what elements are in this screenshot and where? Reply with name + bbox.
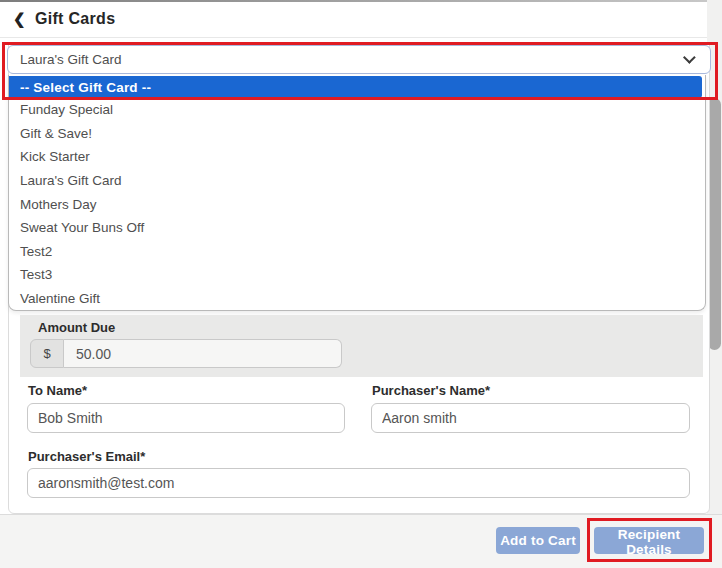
dropdown-option[interactable]: Valentine Gift (9, 287, 705, 311)
dropdown-option[interactable]: -- Select Gift Card -- (9, 76, 702, 98)
dropdown-option[interactable]: Sweat Your Buns Off (9, 216, 705, 240)
to-name-label: To Name* (28, 383, 87, 398)
dropdown-option[interactable]: Test2 (9, 239, 705, 263)
dropdown-option[interactable]: Mothers Day (9, 192, 705, 216)
header-divider (0, 37, 722, 38)
gift-cards-page: ❮ Gift Cards Laura's Gift Card -- Select… (0, 0, 722, 568)
amount-due-section: Amount Due $ (20, 315, 703, 377)
back-chevron-icon[interactable]: ❮ (13, 10, 26, 28)
add-to-cart-button[interactable]: Add to Cart (496, 527, 580, 554)
gift-card-select[interactable]: Laura's Gift Card (7, 45, 711, 74)
purchaser-name-label: Purchaser's Name* (372, 383, 490, 398)
dropdown-option[interactable]: Kick Starter (9, 145, 705, 169)
dropdown-option[interactable]: Gift & Save! (9, 122, 705, 146)
gift-card-select-value: Laura's Gift Card (20, 52, 122, 67)
gift-card-option-list: -- Select Gift Card --Funday SpecialGift… (8, 75, 706, 311)
to-name-input[interactable] (27, 403, 345, 433)
purchaser-name-input[interactable] (371, 403, 690, 433)
dropdown-option[interactable]: Laura's Gift Card (9, 169, 705, 193)
recipient-details-button[interactable]: Recipient Details (594, 527, 704, 554)
chevron-down-icon (683, 51, 696, 64)
top-divider (0, 0, 722, 2)
amount-due-label: Amount Due (38, 320, 115, 335)
currency-addon: $ (30, 339, 64, 368)
amount-input[interactable] (64, 339, 342, 368)
purchaser-email-input[interactable] (27, 468, 690, 498)
dropdown-option[interactable]: Test3 (9, 263, 705, 287)
amount-input-group: $ (30, 339, 342, 368)
dropdown-option[interactable]: Funday Special (9, 98, 705, 122)
page-title: Gift Cards (35, 10, 115, 28)
purchaser-email-label: Purchaser's Email* (28, 449, 145, 464)
